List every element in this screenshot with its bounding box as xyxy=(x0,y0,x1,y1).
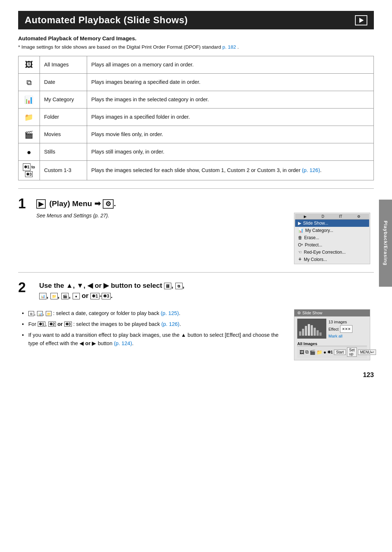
footnote-text: * Image settings for slide shows are bas… xyxy=(18,44,221,50)
date-icon-bullet: ⧉ xyxy=(28,311,34,316)
camera-menu-item-mycategory: 📊 My Category... xyxy=(295,227,369,234)
custom1-bullet-icon: ✱1 xyxy=(38,322,45,327)
table-desc-allimages: Plays all images on a memory card in ord… xyxy=(87,56,373,74)
ss-image-row: 13 images Effect ✕✕✕ Mark all xyxy=(297,319,367,340)
folder-icon-inline: 📁 xyxy=(50,293,58,299)
svg-rect-7 xyxy=(314,328,316,336)
mycategory-icon: 📊 xyxy=(298,228,303,233)
table-desc-custom: Plays the images selected for each slide… xyxy=(87,161,373,180)
svg-rect-3 xyxy=(302,329,304,336)
mycategory-icon-inline: 📊 xyxy=(39,293,46,299)
bullet1-link[interactable]: (p. 125) xyxy=(161,310,179,316)
table-icon-date: ⧉ xyxy=(19,74,40,91)
ss-start-btn[interactable]: Start xyxy=(334,349,346,355)
section-divider-2 xyxy=(18,272,374,273)
custom1-icon-inline: ✱1 xyxy=(90,293,99,299)
intro-subtitle: Automated Playback of Memory Card Images… xyxy=(18,35,374,41)
footnote-link[interactable]: p. 182 xyxy=(222,44,236,50)
custom2-bullet-icon: ✱2 xyxy=(48,322,56,327)
bullet-3: If you want to add a transition effect t… xyxy=(22,331,288,348)
table-icon-mycategory: 📊 xyxy=(19,91,40,109)
camera-screen: ▶ D IT ⚙ ▶ Slide Show... 📊 My Category..… xyxy=(294,213,370,264)
settings-icon: ⚙ xyxy=(103,199,114,209)
mycolors-label: My Colors... xyxy=(304,257,327,262)
table-row: 🎬 Movies Plays movie files only, in orde… xyxy=(19,126,374,143)
table-icon-custom: ✱1 to ✱3 xyxy=(19,161,40,180)
play-icon xyxy=(358,17,364,23)
redeye-label: Red-Eye Correction... xyxy=(304,250,346,255)
page-number: 123 xyxy=(18,371,374,379)
svg-rect-5 xyxy=(308,324,310,336)
table-icon-allimages: 🖼 xyxy=(19,56,40,74)
table-desc-movies: Plays movie files only, in order. xyxy=(87,126,373,143)
bullet-1: ⧉, 📊, 📁 : select a date, category or fol… xyxy=(22,309,288,318)
protect-icon: Oⁿ xyxy=(298,242,303,248)
table-desc-stills: Plays still images only, in order. xyxy=(87,143,373,161)
step2-number: 2 xyxy=(18,281,34,294)
page-header: Automated Playback (Slide Shows) xyxy=(18,11,374,29)
step2-image: ⚙ Slide Show xyxy=(294,309,374,360)
tab-it: IT xyxy=(339,214,342,218)
camera-screen-top: ▶ D IT ⚙ xyxy=(295,214,369,220)
play-menu-icon: ▶ xyxy=(36,199,46,209)
step1-content: See Menus and Settings (p. 27). ▶ D IT ⚙… xyxy=(18,213,374,264)
mycategory-label: My Category... xyxy=(305,228,333,233)
svg-rect-2 xyxy=(299,331,301,336)
ss-folder-icon: 📁 xyxy=(317,349,322,355)
table-icon-stills: ● xyxy=(19,143,40,161)
step1-subtitle: See Menus and Settings (p. 27). xyxy=(36,213,288,218)
custom3-bullet-icon: ✱3 xyxy=(64,322,72,327)
step1-text: See Menus and Settings (p. 27). xyxy=(18,213,288,264)
step2-section: 2 Use the ▲, ▼, ◀ or ▶ button to select … xyxy=(18,281,374,360)
svg-rect-4 xyxy=(305,326,307,336)
table-row: 📁 Folder Plays images in a specified fol… xyxy=(19,109,374,126)
ss-menu-btn[interactable]: MENU↩ xyxy=(358,349,376,355)
camera-menu-item-slideshow: ▶ Slide Show... xyxy=(295,220,369,227)
table-icon-folder: 📁 xyxy=(19,109,40,126)
step1-image: ▶ D IT ⚙ ▶ Slide Show... 📊 My Category..… xyxy=(294,213,374,264)
footnote-end: . xyxy=(237,44,239,50)
step2-text: ⧉, 📊, 📁 : select a date, category or fol… xyxy=(18,309,288,360)
tab-play: ▶ xyxy=(304,214,307,218)
bullet3-link[interactable]: (p. 124) xyxy=(114,340,132,346)
slideshow-icon: ▶ xyxy=(298,221,301,226)
table-name-stills: Stills xyxy=(40,143,87,161)
table-row: 🖼 All Images Plays all images on a memor… xyxy=(19,56,374,74)
side-tab: Playback/Erasing xyxy=(379,200,392,287)
ss-icons-row: 🖼 ⧉ 🎬 📁 ● ✱1 Start Set up MENU↩ xyxy=(297,346,367,358)
erase-icon: 🗑 xyxy=(298,235,302,240)
table-desc-date: Plays images bearing a specified date in… xyxy=(87,74,373,91)
ss-date-icon: ⧉ xyxy=(305,349,309,355)
date-icon-inline: ⧉ xyxy=(175,283,183,289)
ss-stills-icon: ● xyxy=(323,349,326,355)
image-table: 🖼 All Images Plays all images on a memor… xyxy=(18,56,374,180)
ss-title: Slide Show xyxy=(302,311,322,315)
step1-title-text: (Play) Menu ➡ xyxy=(49,199,103,208)
ss-images-count: 13 images xyxy=(328,319,352,326)
camera-menu-item-redeye: ☜ Red-Eye Correction... xyxy=(295,249,369,256)
folder-icon-bullet: 📁 xyxy=(46,311,52,316)
step2-header: 2 Use the ▲, ▼, ◀ or ▶ button to select … xyxy=(18,281,374,305)
table-name-folder: Folder xyxy=(40,109,87,126)
bullet2-link[interactable]: (p. 126) xyxy=(161,321,179,327)
custom-link[interactable]: (p. 126) xyxy=(302,167,320,173)
ss-setup-btn[interactable]: Set up xyxy=(347,347,357,357)
step2-title: Use the ▲, ▼, ◀ or ▶ button to select 🖼,… xyxy=(39,281,184,301)
step1-number: 1 xyxy=(18,197,34,210)
ss-effect-label: Effect xyxy=(328,326,339,333)
tab-gear: ⚙ xyxy=(357,214,360,218)
bullet-2: For ✱1, ✱2 or ✱3 : select the images to … xyxy=(22,320,288,328)
mycolors-icon: ⚘ xyxy=(298,257,302,262)
playback-icon-box xyxy=(355,15,367,25)
allimages-icon-inline: 🖼 xyxy=(164,283,171,289)
table-desc-folder: Plays images in a specified folder in or… xyxy=(87,109,373,126)
slideshow-label: Slide Show... xyxy=(303,221,328,226)
side-tab-label: Playback/Erasing xyxy=(383,221,388,266)
svg-rect-9 xyxy=(319,332,322,336)
ss-effect-value: ✕✕✕ xyxy=(340,325,352,333)
ss-custom-icon: ✱1 xyxy=(327,350,333,355)
table-row: ⧉ Date Plays images bearing a specified … xyxy=(19,74,374,91)
ss-mark-all: Mark all xyxy=(328,333,352,340)
ss-info: 13 images Effect ✕✕✕ Mark all xyxy=(328,319,352,340)
step1-header: 1 ▶ (Play) Menu ➡ ⚙. xyxy=(18,197,374,210)
